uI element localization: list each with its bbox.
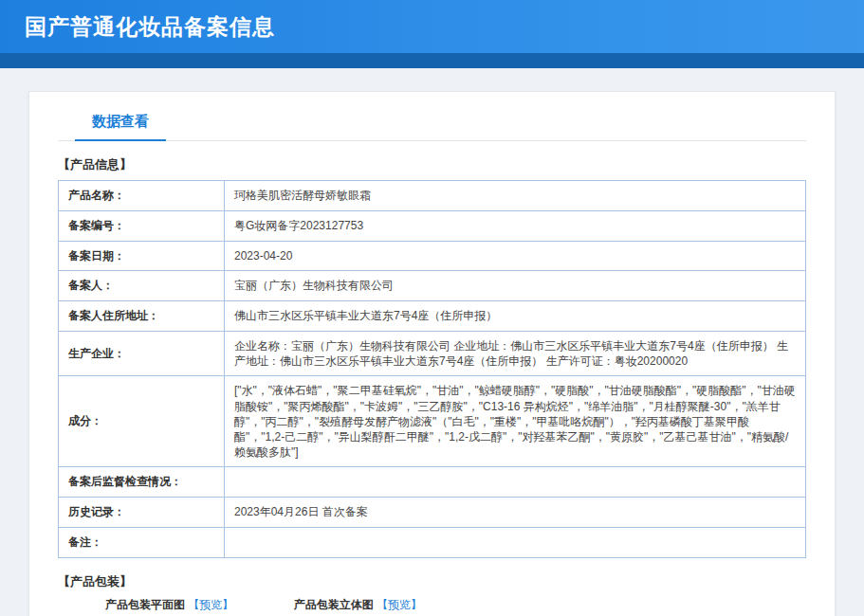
table-row-supervision-check: 备案后监督检查情况： [59,467,806,498]
tab-bar: 数据查看 [58,103,806,141]
table-row-manufacturer: 生产企业： 企业名称：宝丽（广东）生物科技有限公司 企业地址：佛山市三水区乐平镇… [59,331,806,375]
row-label: 备案人住所地址： [59,301,225,332]
row-value: 宝丽（广东）生物科技有限公司 [225,271,806,301]
table-row-ingredients: 成分： ["水"，"液体石蜡"，"聚二甲基硅氧烷"，"甘油"，"鲸蜡硬脂醇"，"… [59,376,806,467]
page-header: 国产普通化妆品备案信息 [0,0,864,53]
table-row-registrant: 备案人： 宝丽（广东）生物科技有限公司 [59,271,806,301]
row-label: 备注： [59,527,225,557]
packaging-stereo-label: 产品包装立体图 [294,598,374,611]
packaging-stereo-group: 产品包装立体图 【预览】 [294,597,422,613]
row-value: 珂格美肌密活酵母娇敏眼霜 [225,181,806,211]
header-strip [0,53,864,68]
table-row-product-name: 产品名称： 珂格美肌密活酵母娇敏眼霜 [59,181,806,211]
content-card: 数据查看 【产品信息】 产品名称： 珂格美肌密活酵母娇敏眼霜 备案编号： 粤G妆… [28,91,836,616]
row-value: 2023-04-20 [225,241,806,271]
row-label: 历史记录： [59,498,225,528]
packaging-stereo-preview-link[interactable]: 【预览】 [377,598,422,611]
row-label: 产品名称： [59,181,225,211]
section-product-info: 【产品信息】 [58,156,806,173]
row-label: 备案人： [59,271,225,301]
row-value: ["水"，"液体石蜡"，"聚二甲基硅氧烷"，"甘油"，"鲸蜡硬脂醇"，"硬脂酸"… [225,376,806,467]
row-label: 备案后监督检查情况： [59,467,225,498]
row-value: 企业名称：宝丽（广东）生物科技有限公司 企业地址：佛山市三水区乐平镇丰业大道东7… [225,331,806,375]
row-value: 佛山市三水区乐平镇丰业大道东7号4座（住所申报） [225,301,806,332]
row-value: 2023年04月26日 首次备案 [225,498,806,528]
row-label: 备案编号： [59,210,225,241]
packaging-flat-group: 产品包装平面图 【预览】 [105,597,233,613]
packaging-line: 产品包装平面图 【预览】 产品包装立体图 【预览】 [105,597,806,613]
row-value [225,467,806,498]
table-row-registrant-address: 备案人住所地址： 佛山市三水区乐平镇丰业大道东7号4座（住所申报） [59,301,806,332]
product-info-table: 产品名称： 珂格美肌密活酵母娇敏眼霜 备案编号： 粤G妆网备字202312775… [58,180,806,558]
row-label: 成分： [59,376,225,467]
table-row-remarks: 备注： [59,527,806,557]
packaging-flat-label: 产品包装平面图 [105,598,185,611]
row-label: 生产企业： [59,331,225,375]
row-value: 粤G妆网备字2023127753 [225,210,806,241]
page-title: 国产普通化妆品备案信息 [25,12,275,42]
section-packaging: 【产品包装】 [58,573,806,590]
row-label: 备案日期： [59,241,225,271]
tab-data-view[interactable]: 数据查看 [75,103,166,141]
row-value [225,527,806,557]
table-row-history: 历史记录： 2023年04月26日 首次备案 [59,498,806,528]
packaging-flat-preview-link[interactable]: 【预览】 [188,598,233,611]
table-row-registration-date: 备案日期： 2023-04-20 [59,241,806,271]
table-row-registration-number: 备案编号： 粤G妆网备字2023127753 [59,210,806,241]
